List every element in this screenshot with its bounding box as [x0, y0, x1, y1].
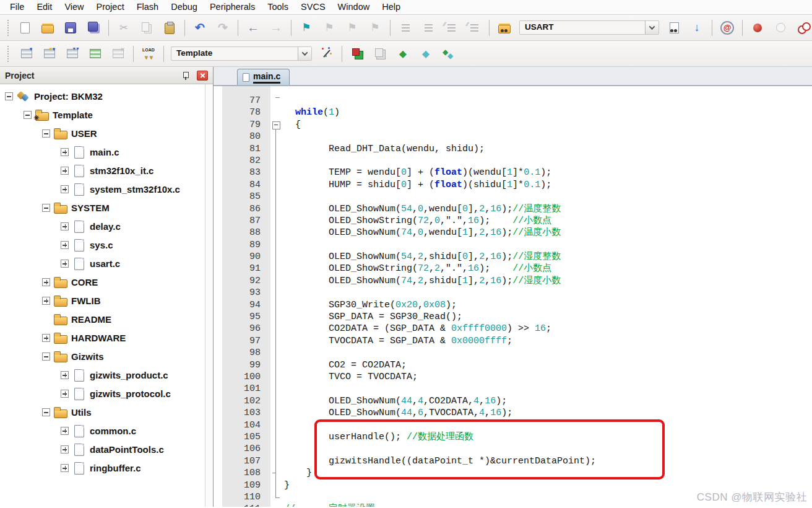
- indent-icon[interactable]: [397, 20, 413, 36]
- code-line[interactable]: 94 SGP30_Write(0x20,0x08);: [222, 299, 812, 311]
- rebuild-icon[interactable]: [64, 46, 80, 62]
- line-number[interactable]: 95: [222, 311, 270, 323]
- line-number[interactable]: 106: [222, 443, 270, 455]
- tree-item[interactable]: ringbuffer.c: [0, 458, 213, 477]
- expand-icon[interactable]: [61, 167, 69, 175]
- expand-icon[interactable]: [61, 222, 69, 230]
- undo-icon[interactable]: [192, 20, 208, 36]
- collapse-icon[interactable]: [42, 408, 50, 416]
- code-line[interactable]: 79 {: [222, 119, 812, 131]
- bookmark-prev-icon[interactable]: [321, 20, 337, 36]
- tree-item[interactable]: ✳Template: [0, 105, 213, 124]
- pin-icon[interactable]: [181, 71, 191, 81]
- collapse-icon[interactable]: [42, 353, 50, 361]
- menu-help[interactable]: Help: [376, 0, 407, 14]
- line-number[interactable]: 88: [222, 227, 270, 239]
- line-number[interactable]: 86: [222, 203, 270, 215]
- line-number[interactable]: 82: [222, 155, 270, 167]
- toolbar-grip[interactable]: [7, 46, 11, 62]
- code-line[interactable]: 101: [222, 383, 812, 395]
- tree-item[interactable]: usart.c: [0, 254, 213, 273]
- code-line[interactable]: 96 CO2DATA = (SGP_DATA & 0xffff0000) >> …: [222, 323, 812, 335]
- line-number[interactable]: 79: [222, 119, 270, 131]
- code-line[interactable]: 92 OLED_ShowNum(74,2,shidu[1],2,16);//湿度…: [222, 275, 812, 287]
- menu-file[interactable]: File: [4, 0, 30, 14]
- line-number[interactable]: 81: [222, 143, 270, 155]
- line-number[interactable]: 98: [222, 347, 270, 359]
- collapse-icon[interactable]: [42, 204, 50, 212]
- tree-item[interactable]: HARDWARE: [0, 328, 213, 347]
- expand-icon[interactable]: [61, 390, 69, 398]
- line-number[interactable]: 102: [222, 395, 270, 407]
- target-options-icon[interactable]: [319, 46, 335, 62]
- copy-icon[interactable]: [139, 20, 155, 36]
- stop-build-icon[interactable]: [110, 46, 126, 62]
- code-line[interactable]: 86 OLED_ShowNum(54,0,wendu[0],2,16);//温度…: [222, 203, 812, 215]
- line-number[interactable]: 104: [222, 419, 270, 431]
- menu-tools[interactable]: Tools: [261, 0, 295, 14]
- line-number[interactable]: 103: [222, 407, 270, 419]
- code-line[interactable]: 84 HUMP = shidu[0] + (float)(shidu[1]*0.…: [222, 179, 812, 191]
- tree-scrollbar-track[interactable]: [205, 84, 213, 507]
- tree-item[interactable]: stm32f10x_it.c: [0, 161, 213, 180]
- line-number[interactable]: 83: [222, 167, 270, 178]
- line-number[interactable]: 94: [222, 299, 270, 311]
- code-line[interactable]: 104: [222, 419, 812, 431]
- run-time-environment-icon[interactable]: [418, 46, 434, 62]
- code-line[interactable]: 78 while(1): [222, 107, 812, 118]
- menu-edit[interactable]: Edit: [30, 0, 58, 14]
- code-line[interactable]: 102 OLED_ShowNum(44,4,CO2DATA,4,16);: [222, 395, 812, 407]
- menu-flash[interactable]: Flash: [131, 0, 165, 14]
- tree-item[interactable]: delay.c: [0, 217, 213, 235]
- select-software-packs-icon[interactable]: [395, 46, 411, 62]
- menu-svcs[interactable]: SVCS: [295, 0, 332, 14]
- translate-icon[interactable]: [19, 46, 35, 62]
- code-line[interactable]: 80: [222, 131, 812, 142]
- line-number[interactable]: 97: [222, 335, 270, 347]
- line-number[interactable]: 100: [222, 371, 270, 383]
- code-line[interactable]: 103 OLED_ShowNum(44,6,TVOCDATA,4,16);: [222, 407, 812, 419]
- expand-icon[interactable]: [42, 334, 50, 342]
- code-line[interactable]: 85: [222, 191, 812, 203]
- open-folder-icon[interactable]: [40, 20, 56, 36]
- menu-window[interactable]: Window: [332, 0, 376, 14]
- tree-item[interactable]: README: [0, 310, 213, 328]
- fold-collapse-icon[interactable]: [270, 119, 282, 131]
- tree-item[interactable]: Utils: [0, 403, 213, 421]
- code-line[interactable]: 77: [222, 95, 812, 107]
- line-number[interactable]: 78: [222, 107, 270, 118]
- menu-view[interactable]: View: [58, 0, 90, 14]
- line-number[interactable]: 105: [222, 431, 270, 443]
- manage-project-items-icon[interactable]: [349, 46, 365, 62]
- save-icon[interactable]: [63, 20, 79, 36]
- tab-main-c[interactable]: main.c: [237, 69, 290, 85]
- target-select-combo[interactable]: Template: [171, 46, 312, 61]
- new-file-icon[interactable]: [17, 20, 33, 36]
- pack-installer-icon[interactable]: [441, 46, 457, 62]
- breakpoint-toggle-icon[interactable]: [749, 20, 766, 36]
- tree-item[interactable]: sys.c: [0, 235, 213, 254]
- code-line[interactable]: 82: [222, 155, 812, 167]
- code-line[interactable]: 106: [222, 443, 812, 455]
- code-line[interactable]: 98: [222, 347, 812, 359]
- expand-icon[interactable]: [61, 427, 69, 435]
- expand-icon[interactable]: [61, 148, 69, 156]
- menu-project[interactable]: Project: [90, 0, 131, 14]
- tree-item[interactable]: USER: [0, 124, 213, 142]
- line-number[interactable]: 84: [222, 179, 270, 191]
- code-line[interactable]: 97 TVOCDATA = SGP_DATA & 0x0000ffff;: [222, 335, 812, 347]
- load-flash-icon[interactable]: [140, 46, 157, 62]
- tree-item[interactable]: gizwits_protocol.c: [0, 384, 213, 403]
- line-number[interactable]: 77: [222, 95, 270, 107]
- code-line[interactable]: 105 userHandle(); //数据处理函数: [222, 431, 812, 443]
- code-line[interactable]: 89: [222, 239, 812, 251]
- line-number[interactable]: 110: [222, 491, 270, 503]
- tree-item[interactable]: main.c: [0, 142, 213, 161]
- tree-item[interactable]: system_stm32f10x.c: [0, 180, 213, 198]
- code-line[interactable]: 99 CO2 = CO2DATA;: [222, 359, 812, 371]
- code-line[interactable]: 90 OLED_ShowNum(54,2,shidu[0],2,16);//湿度…: [222, 251, 812, 263]
- uncomment-icon[interactable]: [466, 20, 482, 36]
- code-line[interactable]: 93: [222, 287, 812, 299]
- code-line[interactable]: 109}: [222, 480, 812, 491]
- expand-icon[interactable]: [61, 464, 69, 472]
